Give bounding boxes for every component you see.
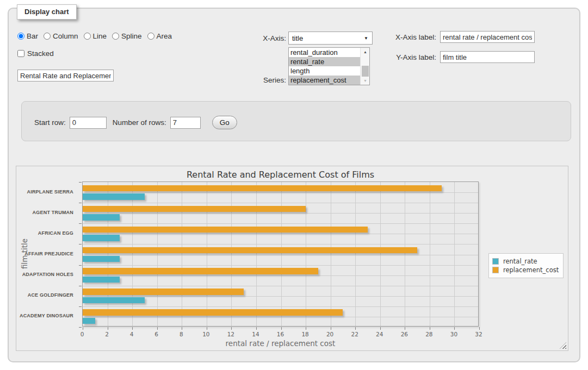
stacked-checkbox-row[interactable]: Stacked xyxy=(17,49,54,58)
horizontal-gridline xyxy=(83,255,478,255)
rows-panel-row: Start row: Number of rows: Go xyxy=(34,116,237,129)
x-tick-mark xyxy=(479,327,480,330)
x-tick-label: 14 xyxy=(245,331,267,337)
legend-entry-rental_rate: rental_rate xyxy=(492,258,559,265)
horizontal-gridline xyxy=(83,317,478,317)
y-axis-label-input[interactable] xyxy=(440,51,535,63)
plot-area xyxy=(82,181,479,327)
chart-type-radio-area[interactable] xyxy=(147,33,154,40)
display-chart-fieldset: Display chart BarColumnLineSplineArea St… xyxy=(8,8,580,362)
vertical-gridline xyxy=(331,182,331,326)
x-tick-mark xyxy=(281,327,282,330)
chart-type-option-bar[interactable]: Bar xyxy=(17,32,38,40)
series-label: Series: xyxy=(248,76,286,84)
y-tick-mark xyxy=(79,244,82,244)
bar-replacement_cost xyxy=(83,289,244,295)
horizontal-gridline xyxy=(83,275,478,276)
vertical-gridline xyxy=(355,182,356,326)
chart-type-option-spline[interactable]: Spline xyxy=(112,32,142,40)
fieldset-legend: Display chart xyxy=(17,4,77,20)
horizontal-gridline xyxy=(83,244,478,244)
x-axis-label-input[interactable] xyxy=(440,31,535,43)
x-tick-mark xyxy=(355,327,356,330)
bar-replacement_cost xyxy=(83,309,343,316)
x-tick-label: 32 xyxy=(468,331,490,337)
chart-container: Rental Rate and Replacement Cost of Film… xyxy=(16,166,568,351)
x-tick-label: 20 xyxy=(319,331,341,337)
series-option-length[interactable]: length xyxy=(289,66,360,76)
x-tick-mark xyxy=(157,327,158,330)
x-tick-label: 16 xyxy=(270,331,292,337)
chart-type-radio-bar[interactable] xyxy=(17,33,24,40)
series-option-rental_rate[interactable]: rental_rate xyxy=(289,57,360,66)
horizontal-gridline xyxy=(83,192,478,193)
chart-type-option-label: Spline xyxy=(121,32,142,40)
chart-type-radio-column[interactable] xyxy=(44,33,51,40)
bar-rental_rate xyxy=(83,318,95,324)
legend-label-replacement_cost: replacement_cost xyxy=(503,266,559,274)
horizontal-gridline xyxy=(83,213,478,214)
num-rows-label: Number of rows: xyxy=(113,118,166,127)
bar-rental_rate xyxy=(83,297,145,304)
chart-type-option-label: Bar xyxy=(27,32,38,40)
start-row-input[interactable] xyxy=(70,117,107,129)
series-option-rental_duration[interactable]: rental_duration xyxy=(289,48,360,57)
x-tick-label: 6 xyxy=(146,331,168,337)
series-listbox[interactable]: rental_durationrental_ratelengthreplacem… xyxy=(288,47,370,85)
chart-title-input[interactable] xyxy=(17,70,114,81)
x-tick-mark xyxy=(132,327,133,330)
x-axis-select[interactable]: title ▼ xyxy=(288,32,373,45)
go-button[interactable]: Go xyxy=(212,116,237,129)
vertical-gridline xyxy=(380,182,381,326)
bar-replacement_cost xyxy=(83,185,442,192)
x-tick-label: 30 xyxy=(443,331,465,337)
y-tick-mark xyxy=(79,223,82,224)
horizontal-gridline xyxy=(83,234,478,234)
scrollbar-thumb[interactable] xyxy=(362,66,369,77)
resize-grip-icon[interactable] xyxy=(560,342,566,349)
scrollbar[interactable]: ▲ ▼ xyxy=(360,48,369,85)
bar-rental_rate xyxy=(83,256,120,262)
x-tick-label: 22 xyxy=(344,331,366,337)
x-tick-mark xyxy=(331,327,331,330)
chart-type-radio-spline[interactable] xyxy=(112,33,119,40)
y-axis-category-labels: AIRPLANE SIERRAAGENT TRUMANAFRICAN EGGAF… xyxy=(16,181,78,327)
stacked-checkbox[interactable] xyxy=(17,50,24,57)
y-tick-mark xyxy=(79,327,82,328)
chart-type-radio-line[interactable] xyxy=(84,33,91,40)
x-tick-mark xyxy=(207,327,207,330)
chart-type-radio-group: BarColumnLineSplineArea xyxy=(17,32,177,40)
y-tick-mark xyxy=(79,306,82,307)
x-tick-mark xyxy=(405,327,405,330)
chart-legend: rental_ratereplacement_cost xyxy=(488,253,564,278)
x-tick-mark xyxy=(430,327,430,330)
bar-rental_rate xyxy=(83,277,120,283)
vertical-gridline xyxy=(182,182,182,326)
series-option-replacement_cost[interactable]: replacement_cost xyxy=(289,76,360,85)
horizontal-gridline xyxy=(83,265,478,266)
legend-swatch-rental_rate xyxy=(492,258,499,265)
num-rows-input[interactable] xyxy=(170,117,201,129)
y-axis-label-label: Y-Axis label: xyxy=(382,53,436,61)
horizontal-gridline xyxy=(83,203,478,203)
x-tick-label: 0 xyxy=(71,331,93,337)
x-tick-mark xyxy=(182,327,182,330)
vertical-gridline xyxy=(207,182,207,326)
scroll-up-icon[interactable]: ▲ xyxy=(361,48,370,56)
scroll-down-icon[interactable]: ▼ xyxy=(361,77,370,85)
chart-type-option-column[interactable]: Column xyxy=(44,32,78,40)
chart-type-option-label: Line xyxy=(93,32,107,40)
bar-replacement_cost xyxy=(83,247,417,254)
x-axis-label-label: X-Axis label: xyxy=(382,33,436,41)
category-label: ACADEMY DINOSAUR xyxy=(16,313,73,319)
x-tick-mark xyxy=(231,327,232,330)
chart-type-option-line[interactable]: Line xyxy=(84,32,107,40)
x-tick-label: 2 xyxy=(96,331,118,337)
chart-type-option-area[interactable]: Area xyxy=(147,32,172,40)
category-label: AFFAIR PREJUDICE xyxy=(16,251,73,257)
category-label: ADAPTATION HOLES xyxy=(16,272,73,278)
series-options: rental_durationrental_ratelengthreplacem… xyxy=(289,48,360,85)
vertical-gridline xyxy=(132,182,133,326)
x-tick-mark xyxy=(256,327,257,330)
vertical-gridline xyxy=(256,182,257,326)
